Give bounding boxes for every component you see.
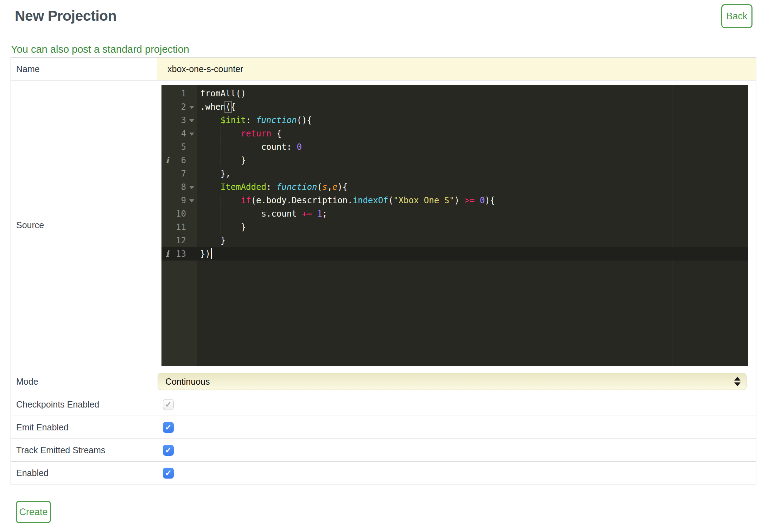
code-text: } xyxy=(197,220,748,234)
gutter-cell: 3 xyxy=(161,114,197,127)
mode-row: Mode Continuous xyxy=(11,370,756,393)
code-text: }) xyxy=(197,247,748,261)
editor-lines: 1fromAll()2.when({3 $init: function(){4 … xyxy=(161,85,748,261)
code-text: $init: function(){ xyxy=(197,114,748,127)
fold-arrow-icon[interactable] xyxy=(189,106,194,109)
gutter-cell: 4 xyxy=(161,127,197,140)
gutter-cell: 1 xyxy=(161,87,197,100)
line-number: 6 xyxy=(181,155,186,165)
name-label: Name xyxy=(11,58,157,80)
gutter-cell: 9 xyxy=(161,194,197,207)
indent-guide xyxy=(241,207,241,220)
line-number: 11 xyxy=(176,222,186,232)
line-number: 10 xyxy=(176,209,186,219)
mode-select[interactable]: Continuous xyxy=(158,373,747,390)
code-line: i6 } xyxy=(161,154,748,167)
name-row: Name xyxy=(11,58,756,81)
line-number: 13 xyxy=(176,249,186,259)
source-code-editor[interactable]: 1fromAll()2.when({3 $init: function(){4 … xyxy=(161,85,748,366)
code-line: i13}) xyxy=(161,247,748,261)
enabled-checkbox[interactable]: ✓ xyxy=(163,468,174,479)
code-text: return { xyxy=(197,127,748,140)
code-line: 3 $init: function(){ xyxy=(161,114,748,127)
code-line: 11 } xyxy=(161,220,748,234)
code-line: 8 ItemAdded: function(s,e){ xyxy=(161,180,748,194)
mode-label: Mode xyxy=(11,370,157,393)
mode-value-cell: Continuous xyxy=(157,370,756,393)
checkpoints-enabled-label: Checkpoints Enabled xyxy=(11,393,157,416)
code-line: 7 }, xyxy=(161,167,748,180)
code-line: 4 return { xyxy=(161,127,748,140)
back-button[interactable]: Back xyxy=(721,4,753,28)
code-line: 9 if(e.body.Description.indexOf("Xbox On… xyxy=(161,194,748,207)
gutter-cell: 11 xyxy=(161,220,197,234)
gutter-cell: 8 xyxy=(161,180,197,194)
indent-guide xyxy=(221,154,221,167)
gutter-cell: i6 xyxy=(161,154,197,167)
fold-arrow-icon[interactable] xyxy=(189,199,194,203)
check-icon: ✓ xyxy=(165,400,172,409)
code-line: 10 s.count += 1; xyxy=(161,207,748,220)
code-line: 12 } xyxy=(161,234,748,247)
source-value-cell: 1fromAll()2.when({3 $init: function(){4 … xyxy=(157,81,756,370)
gutter-cell: 7 xyxy=(161,167,197,180)
gutter-cell: 12 xyxy=(161,234,197,247)
info-icon: i xyxy=(166,247,169,261)
code-text: ItemAdded: function(s,e){ xyxy=(197,180,748,194)
code-text: }, xyxy=(197,167,748,180)
code-text: .when({ xyxy=(197,100,748,114)
code-text: fromAll() xyxy=(197,87,748,100)
checkpoints-enabled-row: Checkpoints Enabled ✓ xyxy=(11,393,756,416)
enabled-row: Enabled ✓ xyxy=(11,462,756,485)
emit-enabled-checkbox[interactable]: ✓ xyxy=(163,422,174,433)
name-input[interactable] xyxy=(157,58,756,80)
mode-selected-value: Continuous xyxy=(165,377,210,387)
code-text: } xyxy=(197,234,748,247)
check-icon: ✓ xyxy=(165,469,172,477)
indent-guide xyxy=(221,220,221,234)
source-label: Source xyxy=(11,81,157,370)
code-text: count: 0 xyxy=(197,140,748,154)
track-emitted-streams-checkbox[interactable]: ✓ xyxy=(163,445,174,456)
fold-arrow-icon[interactable] xyxy=(189,119,194,122)
gutter-cell: i13 xyxy=(161,247,197,261)
indent-guide xyxy=(221,140,221,154)
check-icon: ✓ xyxy=(165,423,172,431)
checkpoints-enabled-checkbox[interactable]: ✓ xyxy=(163,399,174,410)
indent-guide xyxy=(241,140,241,154)
indent-guide xyxy=(221,194,221,207)
code-text: } xyxy=(197,154,748,167)
info-icon: i xyxy=(166,154,169,167)
code-line: 1fromAll() xyxy=(161,87,748,100)
indent-guide xyxy=(221,207,221,220)
line-number: 4 xyxy=(181,129,186,139)
projection-form: Name Source 1fromAll()2.when({3 $init: f… xyxy=(11,57,756,485)
code-line: 5 count: 0 xyxy=(161,140,748,154)
code-text: if(e.body.Description.indexOf("Xbox One … xyxy=(197,194,748,207)
indent-guide xyxy=(221,127,221,140)
line-number: 12 xyxy=(176,236,186,245)
fold-arrow-icon[interactable] xyxy=(189,186,194,189)
check-icon: ✓ xyxy=(165,446,172,454)
code-line: 2.when({ xyxy=(161,100,748,114)
line-number: 7 xyxy=(181,169,186,179)
enabled-label: Enabled xyxy=(11,462,157,485)
gutter-cell: 2 xyxy=(161,100,197,114)
page-title: New Projection xyxy=(15,8,116,24)
line-number: 9 xyxy=(181,196,186,205)
line-number: 2 xyxy=(181,102,186,112)
fold-arrow-icon[interactable] xyxy=(189,133,194,136)
track-emitted-streams-label: Track Emitted Streams xyxy=(11,439,157,461)
line-number: 1 xyxy=(181,89,186,98)
gutter-cell: 5 xyxy=(161,140,197,154)
emit-enabled-label: Emit Enabled xyxy=(11,416,157,438)
create-button[interactable]: Create xyxy=(16,501,51,523)
name-value-cell xyxy=(157,58,756,80)
text-cursor xyxy=(211,248,212,259)
code-text: s.count += 1; xyxy=(197,207,748,220)
standard-projection-link[interactable]: You can also post a standard projection xyxy=(11,44,189,55)
line-number: 8 xyxy=(181,182,186,192)
track-emitted-streams-row: Track Emitted Streams ✓ xyxy=(11,439,756,462)
emit-enabled-row: Emit Enabled ✓ xyxy=(11,416,756,439)
source-row: Source 1fromAll()2.when({3 $init: functi… xyxy=(11,81,756,370)
